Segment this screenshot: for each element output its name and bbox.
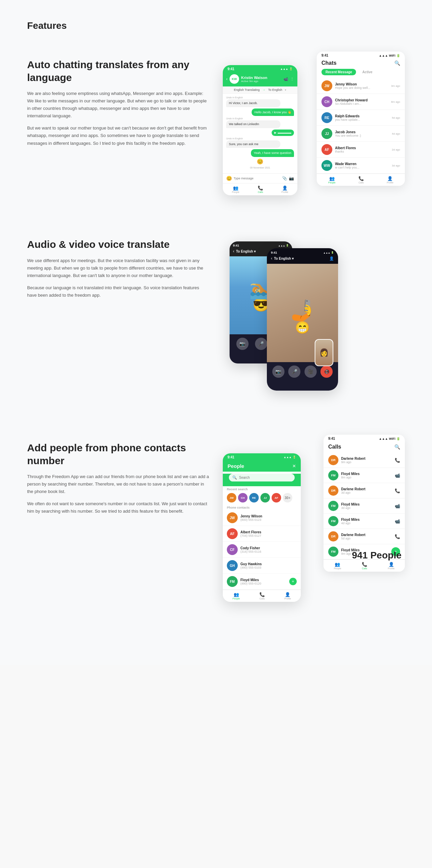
chat-item-christopher[interactable]: CH Christopher Howard So Abdullahi I am.… — [317, 94, 405, 110]
call-time-1: 9m ago — [341, 460, 392, 464]
chat-item-albert[interactable]: AF Albert Flores thanks 2d ago — [317, 142, 405, 158]
contact-avatar-albert: AF — [227, 528, 238, 539]
people-nav-profile[interactable]: 👤 Profile — [284, 592, 291, 600]
nav-calls[interactable]: 📞 Calls — [358, 176, 364, 184]
call-info-3: Darlene Robert 3d ago — [341, 487, 392, 494]
chats-bottom-nav: 👥 People 📞 Calls 👤 Profile — [317, 174, 405, 186]
feature-2-para1: We use different apps for meetings. But … — [27, 257, 209, 279]
chat-item-jacob[interactable]: JJ Jacob Jones You are welcome :) 4d ago — [317, 126, 405, 142]
call-item-1[interactable]: DR Darlene Robert 9m ago 📞 — [323, 453, 405, 468]
contact-name-guy: Guy Hawkins — [240, 562, 297, 566]
calls-search-icon[interactable]: 🔍 — [394, 444, 400, 450]
chat-info-jacob: Jacob Jones You are welcome :) — [335, 130, 389, 137]
end-call-btn[interactable]: 📵 — [320, 366, 333, 378]
call-video-icon-4[interactable]: 📹 — [395, 504, 400, 509]
call-item-3[interactable]: DR Darlene Robert 3d ago 📞 — [323, 483, 405, 498]
conv-video-icon[interactable]: 📹 — [283, 77, 288, 81]
camera-btn-front[interactable]: 📷 — [272, 366, 284, 378]
chat-item-jenny[interactable]: JW Jenny Wilson Hope you are doing well.… — [317, 78, 405, 94]
people-nav-people[interactable]: 👥 People — [233, 592, 240, 600]
calls-title: Calls — [328, 444, 341, 450]
nav-profile[interactable]: 👤 Profile — [387, 176, 393, 184]
contact-add-floyd[interactable]: + — [289, 578, 297, 585]
conv-status-icons: ▲▲▲ 🔋 — [280, 67, 293, 71]
calls-nav-profile[interactable]: 👤 Profile — [388, 562, 395, 570]
contact-cody[interactable]: CF Cody Fisher (316) 555-0116 — [223, 542, 301, 558]
attachment-icon[interactable]: 📎 — [282, 176, 287, 181]
nav-people[interactable]: 👥 People — [328, 176, 336, 184]
tab-active[interactable]: Active — [358, 69, 376, 75]
calls-nav-calls[interactable]: 📞 Calls — [362, 562, 367, 570]
calls-list: DR Darlene Robert 9m ago 📞 FM Floyd Mile… — [323, 453, 405, 559]
recent-more-btn[interactable]: 30+ — [283, 493, 292, 502]
conv-more-icon[interactable]: ⋮ — [290, 77, 294, 81]
people-nav-calls[interactable]: 📞 Calls — [259, 592, 265, 600]
msg-bubble-1: Hi Victor, I am Jacob. — [226, 99, 280, 107]
chat-item-ralph[interactable]: RE Ralph Edwards you have update... 5d a… — [317, 110, 405, 126]
chat-preview-jacob: You are welcome :) — [335, 134, 389, 137]
video-back-battery: 🔋 — [286, 244, 289, 247]
mic-btn-back[interactable]: 🎤 — [255, 338, 267, 350]
call-item-4[interactable]: FM Floyd Miles 3d ago 📹 — [323, 498, 405, 514]
calls-nav-people[interactable]: 👥 People — [334, 562, 341, 570]
contact-avatar-jenny: JW — [227, 512, 238, 523]
conv-contact-status: Active 9m ago — [241, 80, 281, 83]
chats-title: Chats — [321, 60, 336, 66]
video-back-time: 9:41 — [233, 244, 239, 247]
contact-jenny[interactable]: JW Jenny Wilson (800) 555-0123 — [223, 510, 301, 526]
video-record-btn-front[interactable]: 🎥 — [305, 366, 317, 378]
recent-search-label: Recent search — [223, 486, 301, 492]
send-icon[interactable]: 📷 — [289, 176, 294, 181]
video-front-back-icon[interactable]: ‹ — [271, 256, 272, 261]
chat-item-wade[interactable]: WW Wade Warren w can't help you... 3d ag… — [317, 158, 405, 174]
call-item-2[interactable]: FM Floyd Miles 8m ago 📹 — [323, 468, 405, 483]
call-avatar-2: FM — [328, 470, 338, 480]
call-video-icon-2[interactable]: 📹 — [395, 473, 400, 478]
call-info-6: Darlene Robert 5d ago — [341, 533, 392, 540]
recent-avatar-2[interactable]: CH — [238, 493, 248, 502]
video-back-back-icon[interactable]: ‹ — [233, 249, 234, 254]
people-close-icon[interactable]: ✕ — [292, 463, 296, 469]
conv-back-icon[interactable]: ‹ — [226, 77, 228, 81]
chats-status-bar: 9:41 ▲▲▲ WiFi 🔋 — [317, 52, 405, 58]
message-input[interactable] — [234, 177, 280, 180]
call-item-6[interactable]: DR Darlene Robert 5d ago 📞 — [323, 529, 405, 544]
call-phone-icon-3[interactable]: 📞 — [395, 488, 400, 493]
contact-floyd[interactable]: FM Floyd Miles (480) 555-0120 + — [223, 574, 301, 590]
video-front-battery: 🔋 — [331, 251, 334, 254]
chat-time-albert: 2d ago — [392, 148, 400, 151]
people-search-input[interactable] — [239, 476, 291, 479]
call-phone-icon-6[interactable]: 📞 — [395, 534, 400, 539]
nav-people-conv[interactable]: 👥 People — [232, 185, 239, 193]
contact-guy[interactable]: GH Guy Hawkins (480) 555-0103 — [223, 558, 301, 574]
recent-avatar-5[interactable]: AF — [272, 493, 281, 502]
call-item-5[interactable]: FM Floyd Miles 4d ago 📹 — [323, 514, 405, 529]
recent-avatar-1[interactable]: JW — [227, 493, 236, 502]
call-phone-icon-1[interactable]: 📞 — [395, 458, 400, 463]
recent-avatar-3[interactable]: RE — [249, 493, 259, 502]
call-video-icon-5[interactable]: 📹 — [395, 519, 400, 524]
mic-btn-front[interactable]: 🎤 — [288, 366, 300, 378]
conv-signal-icon: ▲▲▲ — [280, 67, 288, 71]
chats-search-icon[interactable]: 🔍 — [394, 60, 400, 66]
chat-preview-albert: thanks — [335, 150, 389, 153]
recent-avatar-4[interactable]: JJ — [260, 493, 270, 502]
play-icon[interactable]: ▶ — [274, 131, 276, 134]
chats-status-icons: ▲▲▲ WiFi 🔋 — [379, 54, 400, 57]
msg-bubble-3: We talked on LinkedIn — [226, 120, 280, 128]
nav-profile-conv[interactable]: 👤 Profile — [281, 185, 288, 193]
call-info-1: Darlene Robert 9m ago — [341, 457, 392, 464]
nav-calls-conv[interactable]: 📞 Calls — [258, 185, 263, 193]
people-search-icon: 🔍 — [232, 475, 237, 480]
lang-chevron-icon[interactable]: ▾ — [285, 88, 286, 92]
camera-off-btn-back[interactable]: 📷 — [236, 338, 249, 350]
emoji-input-icon[interactable]: 😊 — [226, 176, 232, 181]
feature-2-text: Audio & video voice translate We use dif… — [27, 231, 209, 304]
avatar-wade: WW — [321, 160, 332, 171]
tab-recent[interactable]: Recent Message — [321, 69, 356, 75]
calls-battery-icon: 🔋 — [396, 437, 400, 440]
call-name-2: Floyd Miles — [341, 472, 392, 476]
contact-albert[interactable]: AF Albert Flores (704) 555-0127 — [223, 526, 301, 542]
calls-nav-people-label: People — [334, 567, 341, 570]
msg-6: Yeah, I have some question — [226, 149, 294, 158]
